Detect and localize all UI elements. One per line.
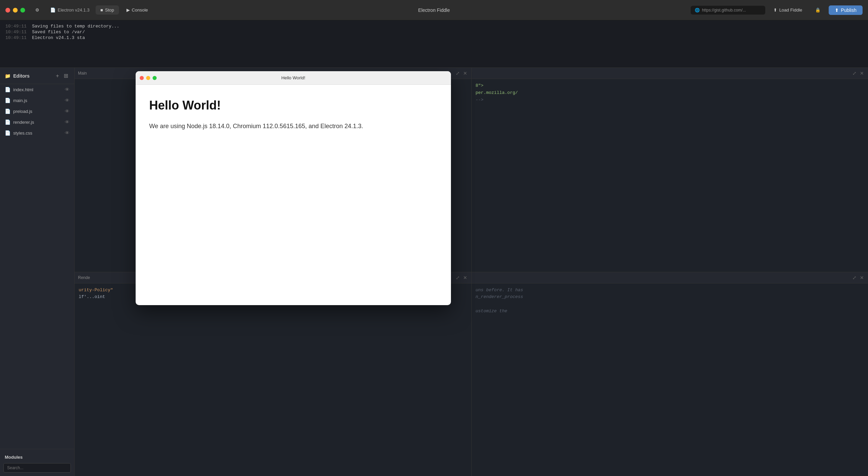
hello-traffic-lights [140,76,157,80]
console-msg-3: Electron v24.1.3 sta [32,35,85,40]
file-name: main.js [13,98,27,103]
lock-button[interactable]: 🔒 [810,5,825,15]
panel-main-controls: ⤢ ✕ [455,70,468,77]
panel-expand-button[interactable]: ⤢ [455,274,460,281]
hello-minimize-button[interactable] [146,76,150,80]
modules-label: Modules [5,455,23,460]
panel-renderer-top-header: ⤢ ✕ [472,68,868,79]
console-time-3: 10:49:11 [5,35,26,40]
hello-maximize-button[interactable] [153,76,157,80]
panel-bottom-right: ⤢ ✕ uns before. It has n_renderer_proces… [472,272,868,476]
file-item-main-js[interactable]: 📄 main.js 👁 [0,95,74,106]
lock-icon: 🔒 [815,7,821,13]
panel-bottom-right-header: ⤢ ✕ [472,272,868,283]
minimize-button[interactable] [13,8,18,13]
maximize-button[interactable] [20,8,25,13]
console-time-2: 10:49:11 [5,29,26,35]
console-msg-1: Saving files to temp directory... [32,24,119,29]
code-text: ustomize the [476,309,508,314]
version-display: 📄 Electron v24.1.3 [47,7,93,13]
close-button[interactable] [5,8,10,13]
visibility-icon[interactable]: 👁 [65,98,70,103]
editors-label: Editors [13,73,29,79]
file-list: 📄 index.html 👁 📄 main.js 👁 📄 preload.js … [0,84,74,449]
file-item-index-html[interactable]: 📄 index.html 👁 [0,84,74,95]
panel-renderer-top-code[interactable]: 8"> per.mozilla.org/ --> [472,79,868,272]
settings-button[interactable]: ⚙ [31,5,44,15]
visibility-icon[interactable]: 👁 [65,130,70,136]
gear-icon: ⚙ [35,7,39,13]
file-item-renderer-js[interactable]: 📄 renderer.js 👁 [0,117,74,127]
publish-label: Publish [841,7,856,13]
console-button[interactable]: ▶ Console [122,5,153,15]
console-time-1: 10:49:11 [5,24,26,29]
visibility-icon[interactable]: 👁 [65,87,70,92]
panel-renderer-bottom-code[interactable]: urity-Policy" lf'...oint [75,283,471,476]
panel-close-button[interactable]: ✕ [462,70,468,77]
plus-icon: + [56,73,59,79]
version-label: Electron v24.1.3 [58,7,90,13]
load-fiddle-button[interactable]: ⬆ Load Fiddle [769,5,807,15]
hello-close-button[interactable] [140,76,144,80]
file-item-styles-css[interactable]: 📄 styles.css 👁 [0,127,74,138]
main-content: 📁 Editors + ⊞ 📄 index.html 👁 [0,68,868,476]
visibility-icon[interactable]: 👁 [65,108,70,114]
stop-label: Stop [105,7,114,13]
editors-header-right: + ⊞ [55,72,70,80]
stop-icon: ■ [100,7,103,13]
add-file-button[interactable]: + [55,72,60,80]
folder-icon: 📁 [5,73,11,79]
url-bar[interactable]: 🌐 https://gist.github.com/... [691,6,765,15]
panel-close-button[interactable]: ✕ [859,70,865,77]
code-text: lf'...oint [79,294,105,299]
hello-window-title: Hello World! [281,75,305,80]
code-text: n_renderer_process [476,294,523,299]
file-name: index.html [13,87,33,92]
code-text: --> [476,97,484,102]
publish-icon: ⬆ [835,7,839,13]
panel-renderer-top: ⤢ ✕ 8"> per.mozilla.org/ --> [472,68,868,272]
titlebar: ⚙ 📄 Electron v24.1.3 ■ Stop ▶ Console El… [0,0,868,20]
file-item-preload-js[interactable]: 📄 preload.js 👁 [0,106,74,117]
file-item-left: 📄 renderer.js [5,119,34,125]
panel-bottom-right-controls: ⤢ ✕ [852,274,865,281]
stop-button[interactable]: ■ Stop [96,5,119,15]
hello-world-window[interactable]: Hello World! Hello World! We are using N… [136,71,451,305]
file-item-left: 📄 styles.css [5,130,32,136]
code-text: 8"> [476,83,484,88]
load-label: Load Fiddle [779,7,802,13]
code-text: per.mozilla.org/ [476,90,518,95]
modules-search-input[interactable] [3,463,71,473]
console-line-2: 10:49:11 Saved files to /var/ [5,29,863,35]
hello-titlebar: Hello World! [136,71,451,85]
publish-button[interactable]: ⬆ Publish [829,5,863,15]
panel-bottom-right-code[interactable]: uns before. It has n_renderer_process us… [472,283,868,476]
panel-close-button[interactable]: ✕ [859,274,865,281]
panel-expand-button[interactable]: ⤢ [852,70,857,77]
file-doc-icon: 📄 [5,119,11,125]
traffic-lights [5,8,25,13]
url-text: https://gist.github.com/... [702,8,746,13]
grid-view-button[interactable]: ⊞ [62,72,70,80]
console-label: Console [132,7,148,13]
console-output: 10:49:11 Saving files to temp directory.… [0,20,868,68]
sidebar: 📁 Editors + ⊞ 📄 index.html 👁 [0,68,75,476]
file-doc-icon: 📄 [5,130,11,136]
panel-close-button[interactable]: ✕ [462,274,468,281]
editor-area: Hello World! Hello World! We are using N… [75,68,868,476]
panel-expand-button[interactable]: ⤢ [455,70,460,77]
panel-expand-button[interactable]: ⤢ [852,274,857,281]
panel-main-label: Main [78,71,87,76]
code-text: uns before. It has [476,287,523,293]
editors-header-left: 📁 Editors [5,73,29,79]
app-title: Electron Fiddle [418,7,450,13]
visibility-icon[interactable]: 👁 [65,119,70,125]
console-line-3: 10:49:11 Electron v24.1.3 sta [5,35,863,40]
console-line-1: 10:49:11 Saving files to temp directory.… [5,24,863,29]
panel-renderer-bottom-label: Rende [78,275,90,280]
panel-renderer-bottom-controls: ⤢ ✕ [455,274,468,281]
console-icon: ▶ [126,7,130,13]
modules-header: Modules [0,453,74,463]
file-item-left: 📄 preload.js [5,108,32,114]
grid-icon: ⊞ [64,73,68,79]
